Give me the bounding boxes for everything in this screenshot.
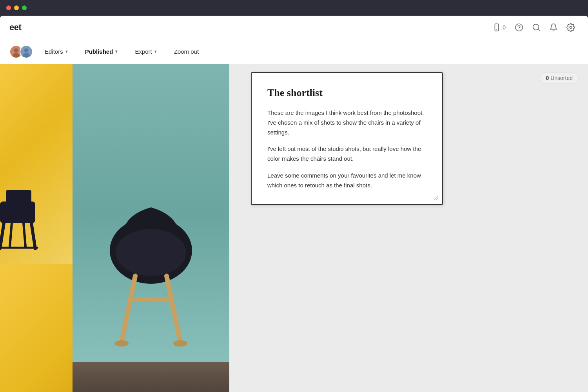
unsorted-label: Unsorted xyxy=(550,75,573,81)
settings-button[interactable] xyxy=(563,20,579,35)
svg-rect-0 xyxy=(495,24,499,31)
export-chevron-icon: ▾ xyxy=(154,49,157,54)
help-icon xyxy=(515,23,523,32)
photo-cell-3 xyxy=(0,264,73,392)
svg-line-22 xyxy=(122,276,135,343)
avatar-2-icon xyxy=(20,45,32,58)
settings-icon xyxy=(566,23,575,32)
photo-cell-2 xyxy=(73,64,229,362)
note-paragraph-3: Leave some comments on your favourites a… xyxy=(267,171,426,191)
photo-cell-1 xyxy=(0,64,73,264)
note-title: The shortlist xyxy=(267,87,426,99)
nav-left: eet xyxy=(9,22,21,33)
mobile-icon-btn[interactable]: 0 xyxy=(488,22,510,33)
editors-label: Editors xyxy=(45,48,63,55)
svg-line-29 xyxy=(437,200,438,200)
svg-point-8 xyxy=(14,48,18,53)
unsorted-badge[interactable]: 0 Unsorted xyxy=(540,72,579,84)
avatar-group xyxy=(9,45,33,58)
svg-line-5 xyxy=(538,29,539,31)
resize-handle-icon[interactable] xyxy=(433,195,439,201)
export-button[interactable]: Export ▾ xyxy=(129,45,162,58)
editors-chevron-icon: ▾ xyxy=(65,49,68,54)
search-icon xyxy=(532,23,541,32)
svg-point-6 xyxy=(570,26,572,29)
svg-point-26 xyxy=(173,340,187,347)
note-box[interactable]: The shortlist These are the images I thi… xyxy=(251,72,443,205)
bell-icon xyxy=(549,23,558,32)
photo-cell-4 xyxy=(73,362,229,392)
svg-point-9 xyxy=(13,53,20,58)
top-nav: eet 0 xyxy=(0,16,588,39)
note-paragraph-2: I've left out most of the studio shots, … xyxy=(267,144,426,164)
notifications-button[interactable] xyxy=(546,20,561,35)
chair-tulip-icon xyxy=(100,186,202,358)
mobile-icon xyxy=(492,23,501,32)
search-button[interactable] xyxy=(528,20,544,35)
avatar-2 xyxy=(20,45,33,58)
published-label: Published xyxy=(85,48,113,55)
export-label: Export xyxy=(135,48,152,55)
browser-chrome xyxy=(0,0,588,16)
minimize-dot[interactable] xyxy=(14,5,19,10)
svg-rect-14 xyxy=(6,190,31,205)
svg-line-16 xyxy=(31,223,35,249)
published-chevron-icon: ▾ xyxy=(115,49,118,54)
svg-point-11 xyxy=(24,48,29,53)
svg-point-12 xyxy=(23,53,30,58)
mobile-badge: 0 xyxy=(503,24,506,31)
svg-line-18 xyxy=(24,223,25,247)
svg-line-17 xyxy=(10,223,12,247)
chair-eames-icon xyxy=(0,178,43,256)
zoom-out-label: Zoom out xyxy=(174,48,199,55)
app-container: eet 0 xyxy=(0,16,588,392)
maximize-dot[interactable] xyxy=(22,5,27,10)
editors-button[interactable]: Editors ▾ xyxy=(39,45,73,58)
app-title: eet xyxy=(9,22,21,33)
note-body: These are the images I think work best f… xyxy=(267,108,426,190)
svg-point-2 xyxy=(515,24,523,31)
help-button[interactable] xyxy=(511,20,527,35)
svg-line-23 xyxy=(167,276,180,343)
unsorted-count: 0 xyxy=(546,75,549,81)
svg-line-15 xyxy=(0,223,4,249)
published-button[interactable]: Published ▾ xyxy=(80,45,123,58)
zoom-out-button[interactable]: Zoom out xyxy=(169,45,204,58)
svg-point-25 xyxy=(114,340,129,347)
main-content: The shortlist These are the images I thi… xyxy=(0,64,588,392)
svg-point-21 xyxy=(116,229,186,276)
close-dot[interactable] xyxy=(6,5,11,10)
secondary-toolbar: Editors ▾ Published ▾ Export ▾ Zoom out xyxy=(0,39,588,64)
nav-right-icons: 0 xyxy=(488,20,579,35)
note-paragraph-1: These are the images I think work best f… xyxy=(267,108,426,137)
